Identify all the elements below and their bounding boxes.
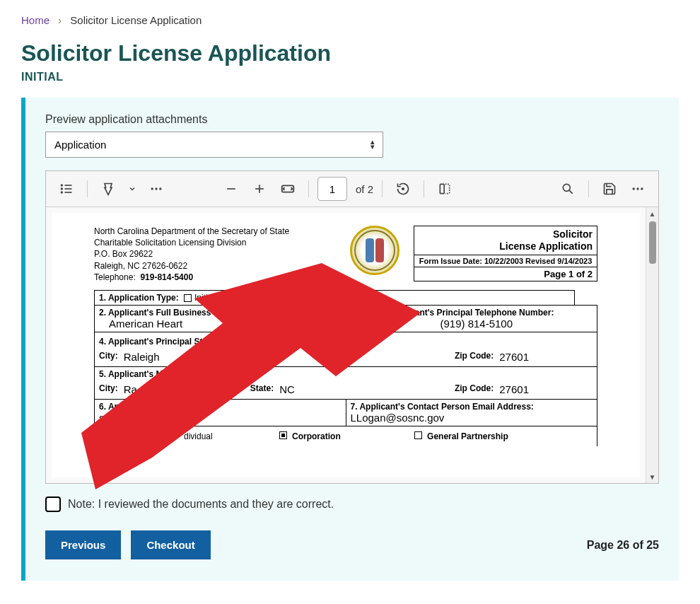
chevron-right-icon: › [58,14,62,26]
fit-width-icon[interactable] [276,177,300,201]
scroll-down-icon[interactable]: ▼ [646,470,658,483]
checkout-button[interactable]: Checkout [131,530,210,559]
review-confirm-checkbox[interactable] [45,496,61,512]
pdf-form-title-box: Solicitor License Application Form Issue… [414,226,597,281]
review-confirm-label: Note: I reviewed the documents and they … [68,498,334,511]
svg-point-2 [62,188,63,190]
breadcrumb-home-link[interactable]: Home [21,14,49,26]
more-draw-icon[interactable] [144,177,168,201]
svg-point-8 [159,187,161,190]
wizard-page-indicator: Page 26 of 25 [587,539,659,552]
page-view-icon[interactable] [433,177,457,201]
svg-point-13 [402,188,404,190]
page-title: Solicitor License Application [21,40,679,66]
zoom-out-icon[interactable] [219,177,243,201]
save-icon[interactable] [597,177,622,201]
pdf-viewer: of 2 [45,170,659,484]
pdf-agency-block: North Carolina Department of the Secreta… [94,226,336,283]
toc-icon[interactable] [54,177,78,201]
svg-point-17 [633,187,635,190]
breadcrumb-current: Solicitor License Application [70,14,202,26]
pdf-form-table: 1. Application Type: Initial Renewal 2. … [94,290,597,446]
svg-point-4 [62,192,63,193]
state-seal-icon [350,226,399,275]
svg-point-7 [155,187,157,190]
scroll-thumb[interactable] [649,221,656,264]
rotate-icon[interactable] [391,177,415,201]
content-panel: Preview application attachments Applicat… [21,98,679,581]
chevron-down-icon[interactable] [124,177,140,201]
attachment-select[interactable]: Application [45,132,383,158]
svg-point-0 [62,185,63,186]
zoom-in-icon[interactable] [247,177,272,201]
pdf-scrollbar[interactable]: ▲ ▼ [646,207,658,483]
pdf-page: North Carolina Department of the Secreta… [52,213,640,477]
page-subtitle: INITIAL [21,71,679,83]
scroll-up-icon[interactable]: ▲ [646,207,658,220]
svg-point-18 [636,187,638,190]
svg-rect-14 [440,184,444,193]
page-number-input[interactable] [317,177,347,201]
svg-point-19 [641,187,643,190]
svg-line-16 [569,190,573,194]
pdf-toolbar: of 2 [46,171,658,207]
svg-point-6 [151,187,153,190]
breadcrumb: Home › Solicitor License Application [21,14,679,26]
more-menu-icon[interactable] [626,177,650,201]
preview-attachment-label: Preview application attachments [45,113,659,126]
pdf-body[interactable]: North Carolina Department of the Secreta… [46,207,646,483]
page-count-label: of 2 [356,183,373,195]
previous-button[interactable]: Previous [45,530,121,559]
search-icon[interactable] [556,177,580,201]
svg-point-15 [563,184,570,191]
highlight-icon[interactable] [96,177,120,201]
